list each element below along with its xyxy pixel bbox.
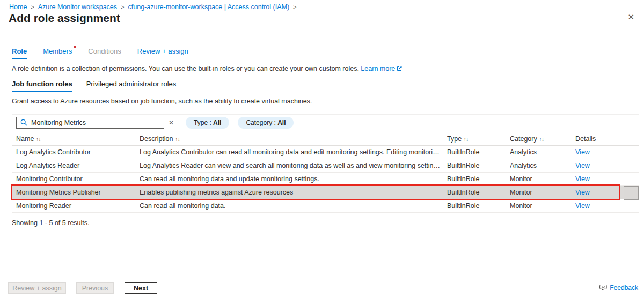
role-type: BuiltInRole [447,199,510,212]
type-filter-pill[interactable]: Type : All [186,117,229,129]
role-definition-text: A role definition is a collection of per… [12,65,359,72]
vertical-scrollbar-thumb[interactable] [624,186,639,200]
tab-members[interactable]: Members [43,47,72,59]
column-header-type[interactable]: Type↑↓ [447,132,510,145]
table-row-monitoring-metrics-publisher[interactable]: Monitoring Metrics Publisher Enables pub… [12,186,639,199]
role-description: Can read all monitoring data. [140,199,447,212]
chevron-right-icon: > [293,4,296,10]
role-type: BuiltInRole [447,173,510,185]
members-badge-dot [74,46,76,48]
role-category: Monitor [510,199,575,212]
breadcrumb-home[interactable]: Home [9,3,27,11]
chevron-right-icon: > [31,4,34,10]
tab-job-function-roles[interactable]: Job function roles [12,80,72,92]
column-details-label: Details [575,135,596,143]
role-name: Monitoring Metrics Publisher [12,186,140,199]
category-filter-value: All [277,119,286,126]
external-link-icon [397,65,402,73]
tab-members-label: Members [43,47,72,55]
view-details-link[interactable]: View [575,162,590,169]
view-details-link[interactable]: View [575,202,590,210]
table-row-log-analytics-reader[interactable]: Log Analytics Reader Log Analytics Reade… [12,159,639,173]
role-description: Log Analytics Contributor can read all m… [140,146,447,159]
role-name: Log Analytics Reader [12,159,140,172]
role-definition-description: A role definition is a collection of per… [12,65,402,73]
role-name: Log Analytics Contributor [12,146,140,159]
table-header-row: Name↑↓ Description↑↓ Type↑↓ Category↑↓ D… [12,132,639,146]
tab-conditions-label: Conditions [88,47,121,55]
role-description: Enables publishing metrics against Azure… [140,186,447,199]
previous-button[interactable]: Previous [76,282,114,294]
results-count: Showing 1 - 5 of 5 results. [12,219,90,227]
page-title: Add role assignment [9,12,120,25]
column-header-category[interactable]: Category↑↓ [510,132,575,145]
list-top-divider [12,114,639,115]
learn-more-label: Learn more [361,65,395,72]
sort-icon: ↑↓ [464,137,469,142]
type-filter-value: All [213,119,221,126]
column-header-details: Details [575,132,639,145]
category-filter-label: Category : [246,119,277,126]
role-type: BuiltInRole [447,146,510,159]
table-row-monitoring-contributor[interactable]: Monitoring Contributor Can read all moni… [12,173,639,186]
tab-privileged-administrator-roles[interactable]: Privileged administrator roles [86,80,177,92]
column-type-label: Type [447,135,462,143]
role-name: Monitoring Contributor [12,173,140,185]
role-category: Monitor [510,173,575,185]
main-tabs: Role Members Conditions Review + assign [12,47,188,59]
role-category: Analytics [510,159,575,172]
breadcrumb: Home>Azure Monitor workspaces>cfung-azur… [9,3,301,11]
role-description: Can read all monitoring data and update … [140,173,447,185]
next-button[interactable]: Next [125,282,157,294]
view-details-link[interactable]: View [575,148,590,156]
grant-access-text: Grant access to Azure resources based on… [12,98,312,105]
column-category-label: Category [510,135,537,143]
search-filter-row: ✕ Type : All Category : All [16,117,294,129]
feedback-link[interactable]: Feedback [599,284,638,291]
sort-icon: ↑↓ [539,137,544,142]
role-type: BuiltInRole [447,186,510,199]
tab-review-assign[interactable]: Review + assign [137,47,188,59]
tab-role-label: Role [12,47,27,55]
close-icon[interactable]: ✕ [627,13,634,21]
search-icon [20,119,27,128]
review-assign-button[interactable]: Review + assign [8,282,66,294]
category-filter-pill[interactable]: Category : All [238,117,294,129]
view-details-link[interactable]: View [575,175,590,183]
view-details-link[interactable]: View [575,189,590,196]
tab-conditions: Conditions [88,47,121,59]
role-name: Monitoring Reader [12,199,140,212]
search-input[interactable] [16,117,164,129]
feedback-smiley-icon [599,284,608,291]
column-name-label: Name [16,135,34,143]
column-description-label: Description [140,135,173,143]
sort-icon: ↑↓ [36,137,41,142]
add-role-assignment-page: Home>Azure Monitor workspaces>cfung-azur… [0,0,644,299]
sort-icon: ↑↓ [175,137,180,142]
breadcrumb-workspace-iam[interactable]: cfung-azure-monitor-workspace | Access c… [128,3,290,11]
learn-more-link[interactable]: Learn more [361,65,402,72]
feedback-label: Feedback [610,284,638,291]
role-category: Analytics [510,146,575,159]
breadcrumb-azure-monitor-workspaces[interactable]: Azure Monitor workspaces [38,3,117,11]
column-header-description[interactable]: Description↑↓ [140,132,447,145]
chevron-right-icon: > [121,4,124,10]
tab-role[interactable]: Role [12,47,27,59]
table-row-monitoring-reader[interactable]: Monitoring Reader Can read all monitorin… [12,199,639,213]
role-description: Log Analytics Reader can view and search… [140,159,447,172]
type-filter-label: Type : [194,119,213,126]
role-category: Monitor [510,186,575,199]
table-row-log-analytics-contributor[interactable]: Log Analytics Contributor Log Analytics … [12,146,639,159]
search-wrap [16,117,164,129]
tab-review-assign-label: Review + assign [137,47,188,55]
role-type: BuiltInRole [447,159,510,172]
role-type-tabs: Job function roles Privileged administra… [12,80,176,92]
column-header-name[interactable]: Name↑↓ [12,132,140,145]
more-options-icon[interactable]: ... [113,15,120,23]
roles-table: Name↑↓ Description↑↓ Type↑↓ Category↑↓ D… [12,132,639,213]
clear-search-icon[interactable]: ✕ [169,119,174,126]
